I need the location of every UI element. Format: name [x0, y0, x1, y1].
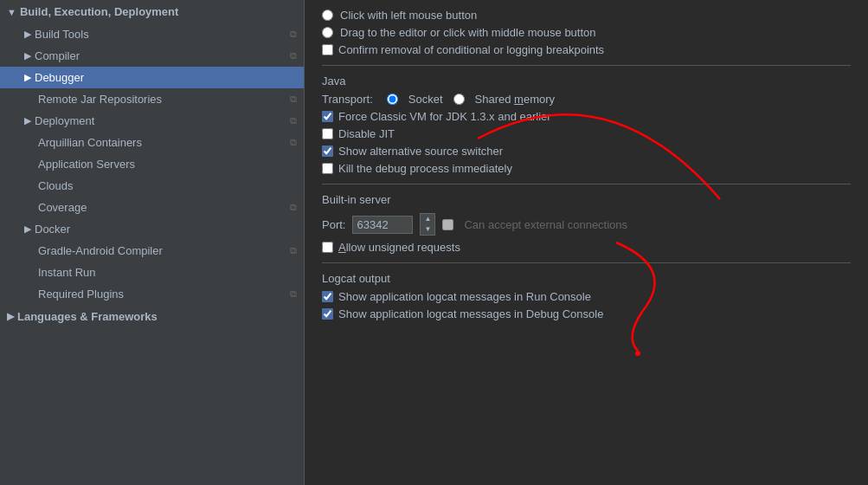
force-classic-vm-label[interactable]: Force Classic VM for JDK 1.3.x and earli…: [338, 110, 551, 123]
copy-icon: ⧉: [290, 115, 297, 126]
sidebar-item-label: Compiler: [35, 49, 80, 62]
sidebar-item-remote-jar-repositories[interactable]: Remote Jar Repositories⧉: [0, 88, 304, 110]
sidebar-section-languages-frameworks[interactable]: ▶ Languages & Frameworks: [0, 305, 304, 328]
sidebar: ▼ Build, Execution, Deployment ▶Build To…: [0, 0, 305, 485]
click-left-mouse-row: Click with left mouse button: [322, 9, 851, 22]
confirm-removal-row: Confirm removal of conditional or loggin…: [322, 43, 851, 56]
sidebar-item-coverage[interactable]: Coverage⧉: [0, 197, 304, 218]
show-debug-console-label[interactable]: Show application logcat messages in Debu…: [338, 307, 603, 320]
allow-unsigned-checkbox[interactable]: [322, 242, 333, 253]
built-in-server-section: Built-in server Port: ▲ ▼ Can accept ext…: [322, 193, 851, 254]
copy-icon: ⧉: [290, 137, 297, 148]
sidebar-item-label: Instant Run: [38, 266, 96, 279]
sidebar-item-label: Remote Jar Repositories: [38, 93, 162, 106]
copy-icon: ⧉: [290, 29, 297, 40]
can-accept-external-checkbox[interactable]: [442, 219, 453, 230]
sidebar-item-label: Required Plugins: [38, 288, 124, 301]
copy-icon: ⧉: [290, 245, 297, 256]
java-section-title: Java: [322, 74, 851, 87]
show-alternative-source-label[interactable]: Show alternative source switcher: [338, 145, 503, 158]
sidebar-item-build-tools[interactable]: ▶Build Tools⧉: [0, 23, 304, 45]
sidebar-items: ▶Build Tools⧉▶Compiler⧉▶DebuggerRemote J…: [0, 23, 304, 305]
sidebar-item-label: Gradle-Android Compiler: [38, 244, 163, 257]
drag-editor-label[interactable]: Drag to the editor or click with middle …: [340, 26, 596, 39]
logcat-section: Logcat output Show application logcat me…: [322, 272, 851, 320]
java-section: Java Transport: Socket Shared memory For…: [322, 74, 851, 175]
sidebar-item-label: Deployment: [35, 114, 94, 127]
socket-radio[interactable]: [387, 94, 398, 105]
sidebar-item-deployment[interactable]: ▶Deployment⧉: [0, 110, 304, 132]
allow-unsigned-row: Allow unsigned requests: [322, 241, 851, 254]
copy-icon: ⧉: [290, 288, 297, 300]
section-label: Build, Execution, Deployment: [20, 5, 178, 18]
disable-jit-row: Disable JIT: [322, 127, 851, 140]
divider-2: [322, 184, 851, 184]
allow-unsigned-label[interactable]: Allow unsigned requests: [338, 241, 460, 254]
sidebar-item-clouds[interactable]: Clouds: [0, 175, 304, 197]
can-accept-external-label[interactable]: Can accept external connections: [464, 218, 627, 231]
sidebar-item-label: Arquillian Containers: [38, 136, 142, 149]
sidebar-item-label: Coverage: [38, 201, 87, 214]
disable-jit-label[interactable]: Disable JIT: [338, 127, 395, 140]
port-input[interactable]: [352, 216, 413, 234]
sidebar-item-debugger[interactable]: ▶Debugger: [0, 67, 304, 88]
sidebar-item-label: Clouds: [38, 179, 73, 192]
force-classic-vm-row: Force Classic VM for JDK 1.3.x and earli…: [322, 110, 851, 123]
click-left-mouse-radio[interactable]: [322, 10, 333, 21]
main-content-wrapper: Click with left mouse button Drag to the…: [305, 0, 868, 485]
show-debug-console-checkbox[interactable]: [322, 308, 333, 320]
built-in-server-title: Built-in server: [322, 193, 851, 206]
shared-memory-label[interactable]: Shared memory: [475, 93, 556, 106]
drag-editor-radio[interactable]: [322, 27, 333, 38]
show-run-console-label[interactable]: Show application logcat messages in Run …: [338, 290, 591, 303]
section-expand-arrow-lang: ▶: [7, 311, 14, 322]
kill-debug-process-label[interactable]: Kill the debug process immediately: [338, 162, 512, 175]
top-options: Click with left mouse button Drag to the…: [322, 9, 851, 56]
click-left-mouse-label[interactable]: Click with left mouse button: [340, 9, 477, 22]
port-label: Port:: [322, 218, 345, 231]
divider-1: [322, 65, 851, 66]
port-row: Port: ▲ ▼ Can accept external connection…: [322, 213, 851, 236]
port-spinner-up[interactable]: ▲: [421, 214, 434, 224]
force-classic-vm-checkbox[interactable]: [322, 111, 333, 122]
port-spinner-down[interactable]: ▼: [421, 224, 434, 235]
sidebar-item-label: Docker: [35, 223, 70, 236]
transport-row: Transport: Socket Shared memory: [322, 93, 851, 106]
show-alternative-source-checkbox[interactable]: [322, 146, 333, 157]
sidebar-item-label: Build Tools: [35, 28, 89, 41]
socket-label[interactable]: Socket: [408, 93, 443, 106]
drag-editor-row: Drag to the editor or click with middle …: [322, 26, 851, 39]
sidebar-item-docker[interactable]: ▶Docker: [0, 218, 304, 240]
arrow-icon: ▶: [24, 29, 31, 40]
copy-icon: ⧉: [290, 202, 297, 213]
kill-debug-process-checkbox[interactable]: [322, 163, 333, 174]
sidebar-item-arquillian-containers[interactable]: Arquillian Containers⧉: [0, 132, 304, 153]
svg-point-0: [635, 351, 640, 356]
port-spinner: ▲ ▼: [420, 213, 435, 236]
sidebar-section-build-execution-deployment[interactable]: ▼ Build, Execution, Deployment: [0, 0, 304, 23]
confirm-removal-label[interactable]: Confirm removal of conditional or loggin…: [338, 43, 604, 56]
sidebar-item-required-plugins[interactable]: Required Plugins⧉: [0, 283, 304, 305]
sidebar-item-label: Application Servers: [38, 158, 135, 171]
sidebar-item-label: Debugger: [35, 71, 84, 84]
show-run-console-checkbox[interactable]: [322, 291, 333, 302]
sidebar-item-compiler[interactable]: ▶Compiler⧉: [0, 45, 304, 67]
show-alternative-source-row: Show alternative source switcher: [322, 145, 851, 158]
arrow-icon: ▶: [24, 223, 31, 235]
divider-3: [322, 262, 851, 263]
sidebar-item-instant-run[interactable]: Instant Run: [0, 262, 304, 283]
kill-debug-process-row: Kill the debug process immediately: [322, 162, 851, 175]
shared-memory-radio[interactable]: [453, 94, 465, 105]
sidebar-item-gradle-android-compiler[interactable]: Gradle-Android Compiler⧉: [0, 240, 304, 262]
show-run-console-row: Show application logcat messages in Run …: [322, 290, 851, 303]
disable-jit-checkbox[interactable]: [322, 128, 333, 139]
logcat-section-title: Logcat output: [322, 272, 851, 285]
show-debug-console-row: Show application logcat messages in Debu…: [322, 307, 851, 320]
arrow-icon: ▶: [24, 50, 31, 61]
confirm-removal-checkbox[interactable]: [322, 44, 333, 55]
arrow-icon: ▶: [24, 115, 31, 126]
transport-label: Transport:: [322, 93, 373, 106]
sidebar-item-application-servers[interactable]: Application Servers: [0, 153, 304, 175]
main-content: Click with left mouse button Drag to the…: [305, 0, 868, 333]
copy-icon: ⧉: [290, 94, 297, 105]
